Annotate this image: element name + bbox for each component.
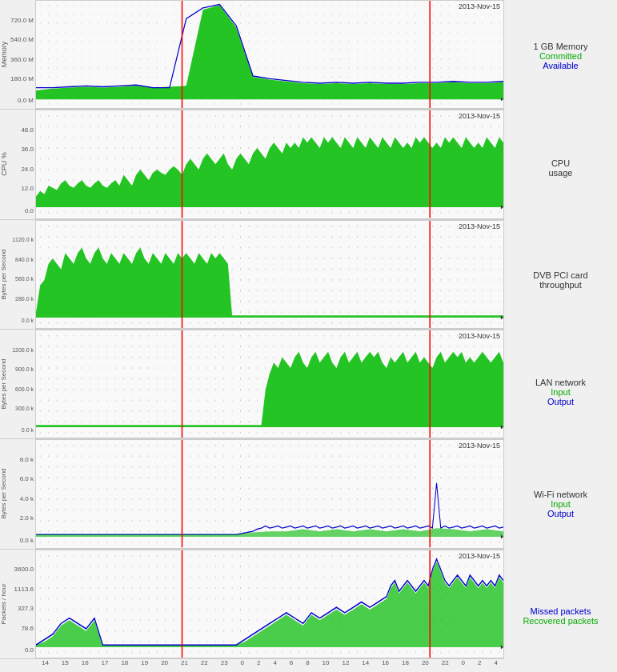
packets-legend-missed: Missed packets (531, 606, 591, 616)
cpu-y-tick-3: 24.0 (21, 165, 34, 172)
wifi-chart-date: 2013-Nov-15 (459, 442, 500, 450)
lan-legend-input: Input (551, 387, 570, 397)
cpu-y-tick-4: 12.0 (21, 185, 34, 192)
x-label-15: 15 (62, 659, 69, 672)
x-label-10: 10 (323, 659, 330, 672)
cpu-chart-date: 2013-Nov-15 (459, 112, 500, 120)
x-label-18: 18 (121, 659, 128, 672)
lan-legend-title: LAN network (535, 378, 586, 387)
dvb-chart-svg (36, 221, 503, 328)
lan-legend: LAN network Input Output (504, 336, 617, 448)
lan-y-tick-2: 900.0 k (15, 366, 34, 372)
x-label-23: 23 (221, 659, 228, 672)
wifi-y-label: Bytes per Second (0, 469, 16, 519)
cpu-y-tick-5: 0.0 (25, 206, 34, 214)
x-label-4b: 4 (494, 659, 497, 672)
x-label-0a: 0 (241, 659, 244, 672)
memory-chart-area: 2013-Nov-15 (35, 0, 504, 109)
dvb-y-ticks: 1120.0 k 840.0 k 560.0 k 280.0 k 0.0 k B… (0, 220, 35, 329)
x-label-8: 8 (306, 659, 309, 672)
packets-legend: Missed packets Recovered packets (504, 560, 617, 672)
cpu-chart-row: 48.0 36.0 24.0 12.0 0.0 CPU % 2013-Nov-1… (0, 110, 504, 219)
cpu-legend-usage: usage (549, 168, 573, 178)
lan-chart-row: 1200.0 k 900.0 k 600.0 k 300.0 k 0.0 k B… (0, 330, 504, 439)
dvb-legend-title: DVB PCI card (533, 270, 587, 280)
memory-y-tick-5: 0.0 M (18, 97, 34, 104)
lan-y-tick-1: 1200.0 k (12, 346, 34, 352)
cpu-chart-svg (36, 110, 503, 218)
dvb-y-tick-3: 560.0 k (15, 276, 34, 282)
x-label-21: 21 (181, 659, 188, 672)
memory-legend-available: Available (543, 61, 578, 70)
memory-chart-date: 2013-Nov-15 (459, 2, 500, 10)
x-label-2b: 2 (478, 659, 481, 672)
packets-y-tick-3: 327.3 (18, 605, 34, 612)
wifi-legend-output: Output (547, 509, 574, 518)
memory-y-tick-4: 180.0 M (10, 75, 34, 82)
packets-chart-area: 2013-Nov-15 (35, 550, 504, 658)
x-label-2a: 2 (257, 659, 260, 672)
charts-container: 720.0 M 540.0 M 360.0 M 180.0 M 0.0 M Me… (0, 0, 504, 672)
x-label-17: 17 (102, 659, 109, 672)
cpu-chart-area: 2013-Nov-15 (35, 110, 504, 218)
packets-y-label: Packets / hour (0, 583, 16, 624)
cpu-y-ticks: 48.0 36.0 24.0 12.0 0.0 CPU % (0, 110, 35, 218)
memory-y-tick-1: 720.0 M (10, 16, 34, 23)
dvb-y-tick-1: 1120.0 k (12, 237, 34, 242)
x-label-20: 20 (161, 659, 168, 672)
x-label-16: 16 (82, 659, 89, 672)
x-label-12: 12 (342, 659, 349, 672)
cpu-y-label: CPU % (0, 153, 16, 177)
dvb-chart-row: 1120.0 k 840.0 k 560.0 k 280.0 k 0.0 k B… (0, 220, 504, 330)
memory-legend-title: 1 GB Memory (534, 42, 588, 51)
dvb-legend-throughput: throughput (539, 280, 582, 290)
dvb-y-tick-2: 840.0 k (15, 256, 34, 262)
lan-y-ticks: 1200.0 k 900.0 k 600.0 k 300.0 k 0.0 k B… (0, 330, 35, 438)
packets-y-tick-4: 78.6 (21, 624, 34, 631)
lan-y-tick-4: 300.0 k (15, 406, 34, 411)
x-label-14b: 14 (362, 659, 369, 672)
lan-chart-area: 2013-Nov-15 (35, 330, 504, 438)
memory-y-label: Memory (0, 42, 16, 68)
x-label-6: 6 (290, 659, 293, 672)
x-label-19: 19 (141, 659, 148, 672)
wifi-y-tick-1: 8.0 k (20, 455, 34, 462)
cpu-y-tick-1: 48.0 (21, 126, 34, 133)
memory-legend: 1 GB Memory Committed Available (504, 0, 617, 112)
packets-chart-date: 2013-Nov-15 (459, 552, 500, 560)
x-axis-row: 14 15 16 17 18 19 20 21 22 23 0 2 4 6 8 … (0, 659, 504, 672)
packets-legend-recovered: Recovered packets (523, 616, 598, 626)
x-label-18b: 18 (402, 659, 409, 672)
lan-chart-svg (36, 330, 503, 438)
lan-y-label: Bytes per Second (0, 359, 16, 410)
memory-chart-svg (36, 1, 503, 108)
x-axis-labels: 14 15 16 17 18 19 20 21 22 23 0 2 4 6 8 … (35, 659, 504, 672)
cpu-legend-title: CPU (551, 158, 570, 168)
memory-y-ticks: 720.0 M 540.0 M 360.0 M 180.0 M 0.0 M Me… (0, 0, 35, 109)
lan-y-tick-5: 0.0 k (22, 427, 34, 433)
wifi-chart-row: 8.0 k 6.0 k 4.0 k 2.0 k 0.0 k Bytes per … (0, 439, 504, 549)
packets-chart-row: 3600.0 1113.6 327.3 78.6 0.0 Packets / h… (0, 550, 504, 659)
lan-chart-date: 2013-Nov-15 (459, 332, 500, 340)
packets-y-tick-5: 0.0 (25, 646, 34, 654)
wifi-legend-title: Wi-Fi network (534, 490, 587, 499)
wifi-chart-area: 2013-Nov-15 (35, 439, 504, 548)
wifi-y-tick-4: 2.0 k (20, 514, 34, 522)
cpu-legend: CPU usage (504, 112, 617, 224)
dvb-y-tick-4: 280.0 k (15, 295, 34, 301)
packets-y-tick-1: 3600.0 (14, 566, 34, 573)
lan-y-tick-3: 600.0 k (15, 386, 34, 391)
dvb-legend: DVB PCI card throughput (504, 224, 617, 336)
x-label-22: 22 (201, 659, 208, 672)
wifi-y-tick-2: 6.0 k (20, 475, 34, 482)
wifi-y-ticks: 8.0 k 6.0 k 4.0 k 2.0 k 0.0 k Bytes per … (0, 439, 35, 548)
packets-y-tick-2: 1113.6 (14, 585, 34, 592)
wifi-y-tick-5: 0.0 k (20, 536, 34, 543)
x-label-20b: 20 (422, 659, 429, 672)
cpu-y-tick-2: 36.0 (21, 146, 34, 153)
x-label-22b: 22 (442, 659, 449, 672)
dvb-y-label: Bytes per Second (0, 249, 16, 299)
wifi-y-tick-3: 4.0 k (20, 494, 34, 502)
x-label-16b: 16 (382, 659, 389, 672)
wifi-legend-input: Input (551, 499, 570, 509)
